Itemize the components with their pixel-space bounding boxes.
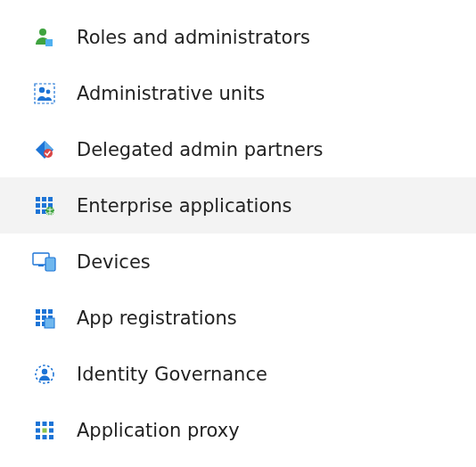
delegated-admin-partners-icon bbox=[32, 137, 57, 162]
svg-rect-34 bbox=[36, 435, 40, 439]
svg-rect-5 bbox=[36, 197, 40, 201]
svg-rect-9 bbox=[42, 203, 46, 208]
sidebar-item-roles-and-administrators[interactable]: Roles and administrators bbox=[0, 9, 476, 65]
sidebar-item-delegated-admin-partners[interactable]: Delegated admin partners bbox=[0, 121, 476, 177]
svg-rect-15 bbox=[38, 265, 44, 266]
roles-admins-icon bbox=[32, 25, 57, 50]
svg-rect-19 bbox=[48, 309, 53, 314]
svg-rect-25 bbox=[45, 318, 54, 328]
svg-point-27 bbox=[42, 368, 47, 373]
svg-rect-36 bbox=[49, 435, 53, 439]
app-registrations-icon bbox=[32, 306, 57, 331]
svg-rect-17 bbox=[36, 309, 40, 314]
svg-rect-29 bbox=[43, 422, 47, 426]
sidebar-item-label: Devices bbox=[77, 251, 151, 273]
enterprise-applications-icon bbox=[32, 193, 57, 218]
identity-governance-icon bbox=[32, 362, 57, 387]
svg-rect-23 bbox=[36, 322, 40, 326]
sidebar-item-label: Application proxy bbox=[77, 420, 240, 441]
sidebar-item-enterprise-applications[interactable]: Enterprise applications bbox=[0, 177, 476, 234]
svg-rect-7 bbox=[48, 197, 53, 201]
svg-rect-28 bbox=[36, 422, 40, 426]
sidebar-item-label: Roles and administrators bbox=[77, 27, 310, 48]
svg-rect-16 bbox=[45, 258, 55, 271]
sidebar-item-label: Administrative units bbox=[77, 83, 265, 104]
svg-rect-32 bbox=[43, 428, 47, 432]
svg-rect-8 bbox=[36, 203, 40, 208]
svg-rect-35 bbox=[43, 435, 47, 439]
sidebar-nav: Roles and administrators Administrative … bbox=[0, 0, 476, 458]
application-proxy-icon bbox=[32, 418, 57, 443]
svg-rect-31 bbox=[36, 428, 40, 432]
sidebar-item-app-registrations[interactable]: App registrations bbox=[0, 290, 476, 346]
sidebar-item-label: Identity Governance bbox=[77, 364, 267, 385]
sidebar-item-administrative-units[interactable]: Administrative units bbox=[0, 65, 476, 121]
svg-point-3 bbox=[46, 89, 51, 94]
sidebar-item-devices[interactable]: Devices bbox=[0, 234, 476, 290]
sidebar-item-label: App registrations bbox=[77, 307, 237, 329]
svg-rect-20 bbox=[36, 315, 40, 320]
svg-rect-6 bbox=[42, 197, 46, 201]
svg-rect-11 bbox=[36, 209, 40, 214]
svg-rect-0 bbox=[45, 39, 53, 46]
sidebar-item-identity-governance[interactable]: Identity Governance bbox=[0, 346, 476, 402]
sidebar-item-label: Delegated admin partners bbox=[77, 139, 324, 160]
svg-rect-30 bbox=[49, 422, 53, 426]
svg-rect-33 bbox=[49, 428, 53, 432]
sidebar-item-label: Enterprise applications bbox=[77, 195, 291, 217]
devices-icon bbox=[32, 250, 57, 274]
svg-rect-18 bbox=[42, 309, 46, 314]
sidebar-item-application-proxy[interactable]: Application proxy bbox=[0, 402, 476, 458]
svg-point-2 bbox=[39, 86, 45, 92]
administrative-units-icon bbox=[32, 81, 57, 106]
